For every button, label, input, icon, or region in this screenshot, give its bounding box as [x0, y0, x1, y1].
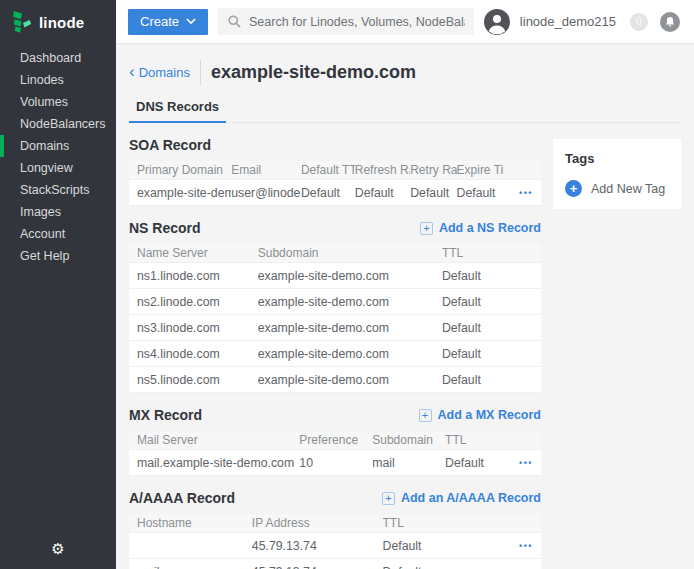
add-mx-record-link[interactable]: + Add a MX Record — [419, 408, 542, 422]
table-cell: Default — [442, 373, 533, 387]
add-link-label: Add a NS Record — [439, 221, 541, 235]
row-actions-menu-button[interactable]: ••• — [513, 565, 533, 569]
main-content: ‹ Domains example-site-demo.com DNS Reco… — [116, 44, 694, 569]
top-bar: linode Create — [0, 0, 694, 44]
header: Create linode_demo215 0 — [116, 0, 694, 44]
plus-square-icon: + — [420, 222, 433, 235]
column-header: TTL — [383, 516, 502, 530]
column-header: Email — [231, 163, 301, 177]
section-title: NS Record — [129, 220, 201, 236]
table-cell: Default — [442, 295, 533, 309]
table-cell: 10 — [299, 456, 372, 470]
table-cell: Default — [445, 456, 500, 470]
add-link-label: Add a MX Record — [438, 408, 542, 422]
linode-logo[interactable]: linode — [0, 0, 116, 44]
table-row: ns2.linode.comexample-site-demo.comDefau… — [129, 289, 541, 315]
table-header-row: Mail ServerPreferenceSubdomainTTL — [129, 431, 541, 450]
notifications-bell-button[interactable] — [660, 12, 680, 32]
sidebar-item-account[interactable]: Account — [0, 223, 116, 245]
table-row: ns1.linode.comexample-site-demo.comDefau… — [129, 263, 541, 289]
a-aaaa-record-table: HostnameIP AddressTTL45.79.13.74Default•… — [129, 514, 541, 569]
sidebar-item-images[interactable]: Images — [0, 201, 116, 223]
table-cell: Default — [442, 347, 533, 361]
sidebar-item-get-help[interactable]: Get Help — [0, 245, 116, 267]
add-new-tag-button[interactable]: + Add New Tag — [565, 180, 669, 197]
page-title: example-site-demo.com — [211, 62, 416, 83]
add-new-tag-label: Add New Tag — [591, 182, 665, 196]
row-actions-menu-button[interactable]: ••• — [513, 456, 533, 470]
row-actions-cell: ••• — [501, 539, 533, 553]
table-cell: mail.example-site-demo.com — [137, 456, 299, 470]
table-cell: ns4.linode.com — [137, 347, 258, 361]
table-row: ns4.linode.comexample-site-demo.comDefau… — [129, 341, 541, 367]
table-row: ns3.linode.comexample-site-demo.comDefau… — [129, 315, 541, 341]
table-cell: example-site-demo.com — [258, 295, 442, 309]
breadcrumb-back-label: Domains — [139, 65, 190, 80]
bell-icon — [664, 16, 676, 28]
table-cell: example-site-demo.com — [258, 347, 442, 361]
sidebar-item-longview[interactable]: Longview — [0, 157, 116, 179]
ns-record-section: NS Record + Add a NS Record Name ServerS… — [129, 220, 541, 393]
tags-panel-title: Tags — [565, 151, 669, 166]
column-header: TTL — [442, 246, 533, 260]
user-area: linode_demo215 0 — [484, 9, 680, 35]
plus-square-icon: + — [382, 492, 395, 505]
sidebar-item-stackscripts[interactable]: StackScripts — [0, 179, 116, 201]
tabs: DNS Records — [129, 94, 681, 123]
table-cell: 45.79.13.74 — [252, 565, 383, 569]
search-bar[interactable] — [218, 8, 474, 35]
table-cell: Default — [355, 186, 410, 200]
column-header: Preference — [299, 433, 372, 447]
column-header: Retry Rate — [410, 163, 456, 177]
plus-icon: + — [565, 180, 582, 197]
row-actions-menu-button[interactable]: ••• — [513, 539, 533, 553]
table-cell: Default — [442, 269, 533, 283]
sidebar: DashboardLinodesVolumesNodeBalancersDoma… — [0, 44, 116, 569]
table-cell: ns3.linode.com — [137, 321, 258, 335]
table-row: example-site-demo.comuser@linode.comDefa… — [129, 180, 541, 206]
table-cell: mail — [372, 456, 445, 470]
row-actions-menu-button[interactable]: ••• — [513, 186, 533, 200]
table-row: mail45.79.13.74Default••• — [129, 559, 541, 569]
add-link-label: Add an A/AAAA Record — [401, 491, 541, 505]
column-header: Subdomain — [258, 246, 442, 260]
sidebar-item-linodes[interactable]: Linodes — [0, 69, 116, 91]
chevron-down-icon — [186, 18, 196, 25]
breadcrumb: ‹ Domains example-site-demo.com — [129, 59, 681, 85]
column-header: Expire Time — [457, 163, 505, 177]
linode-logo-icon — [12, 10, 32, 34]
tab-dns-records[interactable]: DNS Records — [129, 94, 226, 123]
table-cell: example-site-demo.com — [137, 186, 231, 200]
create-button[interactable]: Create — [128, 9, 208, 35]
settings-gear-button[interactable]: ⚙ — [0, 542, 116, 557]
table-cell: example-site-demo.com — [258, 269, 442, 283]
chevron-left-icon: ‹ — [129, 65, 135, 79]
row-actions-cell: ••• — [504, 186, 533, 200]
username[interactable]: linode_demo215 — [520, 14, 616, 29]
ns-record-table: Name ServerSubdomainTTLns1.linode.comexa… — [129, 244, 541, 393]
column-header: Refresh Rate — [355, 163, 410, 177]
notification-count-badge[interactable]: 0 — [630, 13, 648, 31]
search-icon — [227, 14, 242, 29]
sidebar-item-dashboard[interactable]: Dashboard — [0, 47, 116, 69]
column-header: Hostname — [137, 516, 252, 530]
add-a-aaaa-record-link[interactable]: + Add an A/AAAA Record — [382, 491, 541, 505]
add-ns-record-link[interactable]: + Add a NS Record — [420, 221, 541, 235]
sidebar-item-nodebalancers[interactable]: NodeBalancers — [0, 113, 116, 135]
table-row: 45.79.13.74Default••• — [129, 533, 541, 559]
table-cell: Default — [442, 321, 533, 335]
table-cell: ns1.linode.com — [137, 269, 258, 283]
search-input[interactable] — [249, 15, 465, 29]
create-button-label: Create — [140, 14, 179, 29]
table-cell: Default — [457, 186, 505, 200]
a-aaaa-record-section: A/AAAA Record + Add an A/AAAA Record Hos… — [129, 490, 541, 569]
breadcrumb-back-link[interactable]: ‹ Domains — [129, 65, 190, 80]
sidebar-item-volumes[interactable]: Volumes — [0, 91, 116, 113]
mx-record-section: MX Record + Add a MX Record Mail ServerP… — [129, 407, 541, 476]
table-cell: Default — [383, 539, 502, 553]
avatar[interactable] — [484, 9, 510, 35]
table-row: ns5.linode.comexample-site-demo.comDefau… — [129, 367, 541, 393]
column-header: TTL — [445, 433, 500, 447]
column-header: Name Server — [137, 246, 258, 260]
sidebar-item-domains[interactable]: Domains — [0, 135, 116, 157]
